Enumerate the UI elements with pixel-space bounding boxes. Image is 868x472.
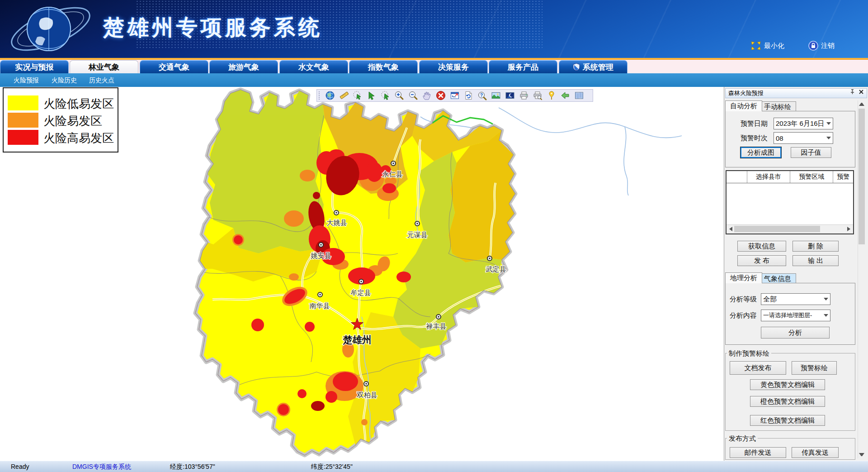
analyze-map-button[interactable]: 分析成图 [740,147,782,158]
tab-products[interactable]: 服务产品 [489,60,557,73]
factor-value-button[interactable]: 因子值 [791,147,831,158]
column-header-blank[interactable] [726,171,747,183]
globe-icon[interactable] [325,91,335,100]
column-header-county[interactable]: 选择县市 [747,171,790,183]
county-label: 双柏县 [357,391,377,399]
map-viewport[interactable]: 永仁县 大姚县 元谋县 姚安县 武定县 牟定县 南华县 禄丰县 双柏县 楚雄州 … [0,87,724,461]
county-label: 姚安县 [311,252,331,259]
column-header-region[interactable]: 预警区域 [790,171,833,183]
subtab-history-firepoints[interactable]: 历史火点 [89,73,114,87]
red-warning-doc-button[interactable]: 红色预警文档编辑 [750,415,825,426]
minimize-button[interactable]: 最小化 [750,41,784,51]
panel-tab-manual-plot[interactable]: 手动标绘 [759,101,796,111]
legend-row: 火险低易发区 [4,95,118,112]
toolbar-grip[interactable] [319,91,321,100]
tab-tourism[interactable]: 旅游气象 [209,60,278,73]
chevron-down-icon [825,122,833,125]
doc-publish-button[interactable]: 文档发布 [730,361,786,375]
fax-send-button[interactable]: 传真发送 [792,447,839,458]
table-hscrollbar[interactable] [726,224,853,234]
scroll-left-arrow[interactable] [728,227,732,231]
county-label: 永仁县 [382,170,403,178]
legend-row: 火险高易发区 [4,129,118,146]
scroll-thumb[interactable] [859,109,865,244]
select-by-circle-icon[interactable] [353,91,363,100]
scroll-down-arrow[interactable] [859,452,864,457]
app-title: 楚雄州专项服务系统 [103,14,323,42]
select-arrow-icon[interactable] [367,91,377,100]
tab-decision[interactable]: 决策服务 [419,60,488,73]
pan-hand-icon[interactable] [422,91,432,100]
zoom-extent-icon[interactable] [450,91,460,100]
lock-icon [808,41,818,51]
table-header-row: 选择县市 预警区域 预警 [726,171,853,183]
panel-tab-geo-analysis[interactable]: 地理分析 [725,272,762,283]
subtab-fire-history[interactable]: 火险历史 [52,73,77,87]
svg-text:?: ? [480,93,483,98]
analysis-content-label: 分析内容 [730,311,757,320]
export-image-icon[interactable] [491,91,501,100]
clear-selection-icon[interactable] [381,91,391,100]
warn-date-combobox[interactable]: 2023年 6月16日 [774,118,833,129]
status-system-link[interactable]: DMGIS专项服务系统 [72,463,131,471]
export-button[interactable]: 输 出 [793,255,839,266]
county-label: 武定县 [486,265,506,273]
chevron-down-icon [822,298,830,300]
measure-ruler-icon[interactable] [339,91,349,100]
panel-scrollbar[interactable] [858,100,866,458]
scroll-right-arrow[interactable] [847,227,852,231]
get-info-button[interactable]: 获取信息 [737,241,786,252]
orange-warning-doc-button[interactable]: 橙色预警文档编辑 [750,396,825,407]
analysis-content-combobox[interactable]: 一请选择地理图层- [761,310,830,321]
tab-system[interactable]: 系统管理 [559,60,627,73]
tab-forestry[interactable]: 林业气象 [70,60,138,73]
legend-row: 火险易发区 [4,112,118,129]
yellow-warning-doc-button[interactable]: 黄色预警文档编辑 [750,379,825,390]
county-label: 牟定县 [351,289,371,296]
publish-button[interactable]: 发 布 [737,255,786,266]
panel-tab-weather-info[interactable]: 气象信息 [759,273,796,283]
identify-icon[interactable]: ? [477,91,487,100]
tab-hydrology[interactable]: 水文气象 [279,60,348,73]
tab-live-forecast[interactable]: 实况与预报 [0,60,69,73]
column-header-warning[interactable]: 预警 [833,171,853,183]
overview-map-icon[interactable] [574,91,584,100]
status-longitude: 经度:103°56'57" [170,463,215,471]
email-send-button[interactable]: 邮件发送 [730,447,786,458]
panel-tab-auto-analysis[interactable]: 自动分析 [725,100,762,111]
county-label: 元谋县 [407,231,428,238]
analyze-button[interactable]: 分析 [761,327,830,339]
pin-icon[interactable] [849,89,855,95]
legend-swatch-high [8,130,38,145]
legend-label: 火险低易发区 [43,96,114,112]
hscroll-thumb[interactable] [734,226,820,232]
analysis-level-combobox[interactable]: 全部 [761,293,830,305]
refresh-page-icon[interactable] [463,91,473,100]
close-icon[interactable] [858,89,864,95]
county-label: 大姚县 [327,219,347,226]
subtab-fire-forecast[interactable]: 火险预报 [14,73,39,87]
print-icon[interactable] [519,91,529,100]
status-latitude: 纬度:25°32'45" [311,463,353,471]
application-window: 楚雄州专项服务系统 最小化 注销 实况与预报 林业气象 交通气象 旅游气象 [0,0,868,472]
zoom-in-icon[interactable] [394,91,404,100]
image-swap-icon[interactable] [505,91,515,100]
zoom-out-icon[interactable] [408,91,418,100]
chevron-down-icon [822,314,830,317]
logout-button[interactable]: 注销 [808,41,835,51]
tab-index[interactable]: 指数气象 [349,60,418,73]
back-arrow-icon[interactable] [560,91,570,100]
map-toolbar: ? [316,89,593,102]
print-preview-icon[interactable] [533,91,542,100]
scroll-up-arrow[interactable] [859,102,864,107]
warning-table[interactable]: 选择县市 预警区域 预警 [726,170,854,234]
stop-icon[interactable] [436,91,446,100]
placemark-pin-icon[interactable] [547,91,557,100]
shield-icon [573,63,580,71]
warn-plot-button[interactable]: 预警标绘 [792,361,837,375]
minimize-icon [750,41,761,51]
warn-time-combobox[interactable]: 08 [774,132,833,144]
legend-swatch-low [8,95,38,110]
delete-button[interactable]: 删 除 [793,241,839,252]
tab-traffic[interactable]: 交通气象 [140,60,208,73]
